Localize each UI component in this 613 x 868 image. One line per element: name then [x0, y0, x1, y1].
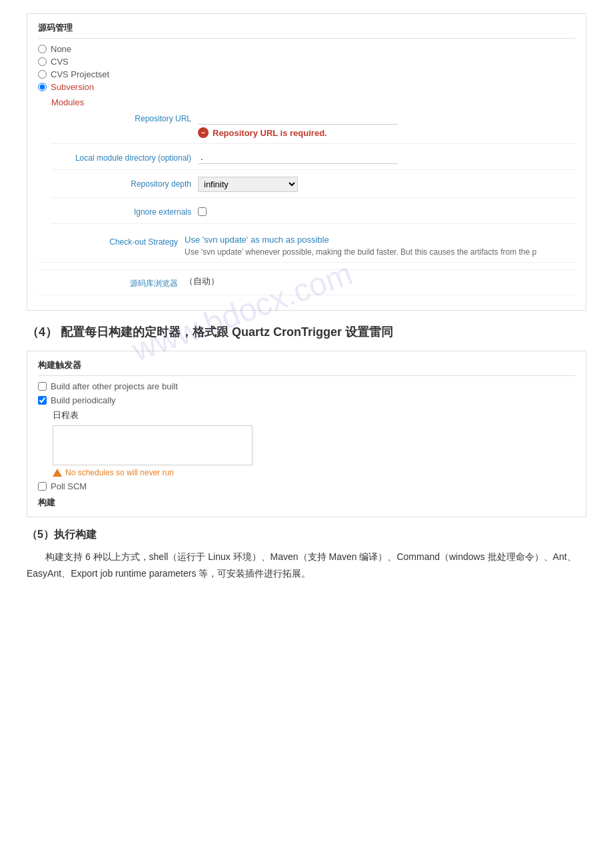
error-icon: −	[198, 127, 209, 138]
checkout-control: Use 'svn update' as much as possible Use…	[185, 235, 575, 257]
ignore-externals-row: Ignore externals	[51, 205, 575, 224]
repo-url-row: Repository URL − Repository URL is requi…	[51, 111, 575, 144]
radio-subversion-label: Subversion	[51, 82, 94, 92]
modules-section: Modules Repository URL − Repository URL …	[51, 97, 575, 224]
repo-depth-select[interactable]: infinity immediates files empty	[198, 177, 298, 192]
browser-row: 源码库浏览器 （自动）	[38, 269, 575, 295]
poll-scm-item[interactable]: Poll SCM	[38, 481, 575, 491]
step5-para: 构建支持 6 种以上方式，shell（运行于 Linux 环境）、Maven（支…	[27, 549, 586, 582]
checkout-row: Check-out Strategy Use 'svn update' as m…	[38, 235, 575, 263]
poll-scm-label: Poll SCM	[51, 481, 87, 491]
build-periodically-checkbox[interactable]	[38, 396, 47, 405]
build-label: 构建	[38, 497, 575, 509]
radio-none[interactable]: None	[38, 44, 575, 54]
radio-none-label: None	[51, 44, 71, 54]
radio-subversion[interactable]: Subversion	[38, 82, 575, 92]
repo-depth-control: infinity immediates files empty	[198, 177, 575, 192]
repo-url-error: − Repository URL is required.	[198, 127, 575, 138]
ignore-externals-label: Ignore externals	[51, 205, 198, 217]
scm-section: 源码管理 None CVS CVS Projectset Subversion	[27, 13, 586, 311]
build-periodically-item[interactable]: Build periodically	[38, 395, 575, 405]
build-periodically-label: Build periodically	[51, 395, 116, 405]
step4-heading: （4） 配置每日构建的定时器，格式跟 Quartz CronTrigger 设置…	[27, 324, 586, 340]
warn-text: No schedules so will never run	[65, 468, 174, 477]
radio-cvs[interactable]: CVS	[38, 57, 575, 67]
radio-cvs-projectset-label: CVS Projectset	[51, 69, 109, 79]
local-module-input[interactable]	[198, 151, 398, 164]
warn-msg: No schedules so will never run	[53, 468, 575, 477]
repo-url-control: − Repository URL is required.	[198, 111, 575, 138]
warn-icon	[53, 469, 62, 477]
browser-value: （自动）	[185, 276, 219, 286]
build-after-label: Build after other projects are built	[51, 381, 178, 391]
step5-heading: （5）执行构建	[27, 528, 586, 542]
trigger-title: 构建触发器	[38, 359, 575, 376]
repo-depth-label: Repository depth	[51, 177, 198, 189]
checkout-label: Check-out Strategy	[38, 235, 185, 247]
build-after-checkbox[interactable]	[38, 382, 47, 391]
radio-cvs-input[interactable]	[38, 57, 47, 66]
radio-subversion-input[interactable]	[38, 83, 47, 91]
repo-url-input[interactable]	[198, 111, 398, 125]
poll-scm-checkbox[interactable]	[38, 482, 47, 491]
scm-title: 源码管理	[38, 22, 575, 39]
local-module-row: Local module directory (optional)	[51, 151, 575, 170]
error-text: Repository URL is required.	[213, 128, 327, 138]
ignore-externals-control	[198, 207, 575, 218]
radio-cvs-projectset[interactable]: CVS Projectset	[38, 69, 575, 79]
browser-label: 源码库浏览器	[38, 275, 185, 289]
schedule-textarea[interactable]	[53, 425, 253, 465]
checkout-value: Use 'svn update' as much as possible	[185, 235, 575, 245]
schedule-label: 日程表	[53, 409, 575, 421]
scm-radio-group: None CVS CVS Projectset Subversion	[38, 44, 575, 92]
checkout-desc: Use 'svn update' whenever possible, maki…	[185, 247, 575, 257]
build-after-item[interactable]: Build after other projects are built	[38, 381, 575, 391]
radio-none-input[interactable]	[38, 45, 47, 53]
repo-depth-row: Repository depth infinity immediates fil…	[51, 177, 575, 198]
ignore-externals-checkbox[interactable]	[198, 207, 207, 216]
browser-control: （自动）	[185, 275, 575, 287]
radio-cvs-projectset-input[interactable]	[38, 70, 47, 79]
local-module-label: Local module directory (optional)	[51, 151, 198, 163]
modules-label: Modules	[51, 97, 84, 107]
radio-cvs-label: CVS	[51, 57, 69, 67]
trigger-section: 构建触发器 Build after other projects are bui…	[27, 351, 586, 517]
local-module-control	[198, 151, 575, 164]
modules-header: Modules	[51, 97, 575, 107]
repo-url-label: Repository URL	[51, 111, 198, 123]
